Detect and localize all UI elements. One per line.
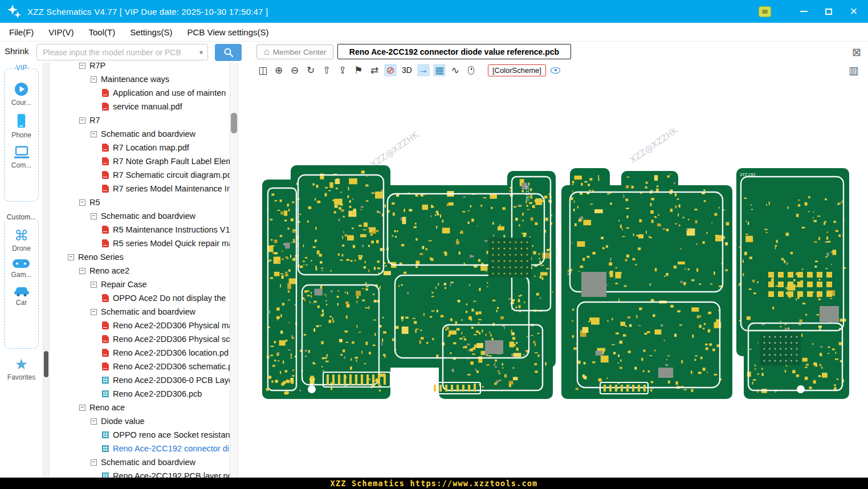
scrollbar-thumb[interactable] <box>231 113 237 133</box>
search-box[interactable]: ▾ <box>36 44 208 60</box>
tree-item[interactable]: −Reno Series <box>50 250 230 264</box>
tree-item[interactable]: −R5 <box>50 195 230 209</box>
tree-item[interactable]: −Schematic and boardview <box>50 455 230 469</box>
tree-item[interactable]: Reno Ace2-2DD306-0 PCB Laye <box>50 373 230 387</box>
menu-item-vip[interactable]: VIP(V) <box>48 27 74 37</box>
flip-horizontal-icon[interactable]: ⇄ <box>368 64 381 76</box>
tree-item[interactable]: Reno Ace2-2DD306 location.pd <box>50 346 230 360</box>
sidebar-item-car[interactable]: Car <box>13 285 30 307</box>
net-image-icon[interactable]: ▦ <box>433 64 446 76</box>
tree-item[interactable]: R7 Schematic circuit diagram.pd <box>50 168 230 182</box>
file-tree: −R7P−Maintenance waysApplication and use… <box>50 63 230 478</box>
tree-item[interactable]: −Schematic and boardview <box>50 209 230 223</box>
tree-item[interactable]: −Schematic and boardview <box>50 127 230 141</box>
shrink-button[interactable]: Shrink <box>5 46 29 56</box>
collapse-icon[interactable]: − <box>79 117 85 124</box>
collapse-icon[interactable]: − <box>79 63 85 69</box>
export-top-icon[interactable]: ⇧ <box>320 64 333 76</box>
tree-item[interactable]: −Maintenance ways <box>50 72 230 86</box>
body: -VIP- Cour... Phone <box>0 63 868 478</box>
tree-item[interactable]: −Diode value <box>50 414 230 428</box>
view-3d-button[interactable]: 3D <box>400 64 414 76</box>
curve-tool-icon[interactable]: ∿ <box>449 64 462 76</box>
maximize-button[interactable] <box>820 4 837 19</box>
collapse-icon[interactable]: − <box>91 76 97 83</box>
pcb-board-view[interactable]: XZZ@XZZHKXZZ@XZZHK2CC1922CC192 <box>259 128 861 413</box>
sidebar-item-drone[interactable]: ⌘ Drone <box>12 229 31 252</box>
chevron-down-icon[interactable]: ▾ <box>199 48 203 56</box>
tree-item[interactable]: −Reno ace <box>50 401 230 414</box>
rotate-view-icon[interactable]: ↻ <box>304 64 317 76</box>
tree-scrollbar-left[interactable] <box>43 63 50 478</box>
collapse-icon[interactable]: − <box>91 309 97 315</box>
collapse-icon[interactable]: − <box>91 459 97 466</box>
tree-item[interactable]: R5 series Model Quick repair ma <box>50 237 230 250</box>
search-button[interactable] <box>215 44 242 61</box>
tree-item[interactable]: −Repair Case <box>50 278 230 291</box>
scrollbar-thumb[interactable] <box>44 351 48 377</box>
tree-item-label: R7 series Model Maintenance In <box>113 184 230 193</box>
collapse-icon[interactable]: − <box>91 282 97 288</box>
close-button[interactable]: × <box>845 4 862 19</box>
tree-item[interactable]: OPPO reno ace Socket resistanc <box>50 428 230 442</box>
tree-item[interactable]: R5 Maintenance Instructions V1 <box>50 223 230 237</box>
tree-scrollbar-right[interactable] <box>230 63 238 478</box>
sidebar-item-gamepad[interactable]: Gam... <box>11 259 31 279</box>
visibility-icon[interactable] <box>549 64 562 76</box>
collapse-icon[interactable]: − <box>68 254 74 260</box>
sidebar-item-computer[interactable]: Com... <box>11 145 31 169</box>
member-center-button[interactable]: ⌂ Member Center <box>256 44 333 59</box>
collapse-icon[interactable]: − <box>79 405 85 411</box>
tree-item[interactable]: R7 series Model Maintenance In <box>50 182 230 195</box>
tree-item[interactable]: −Schematic and boardview <box>50 305 230 319</box>
menu-item-file[interactable]: File(F) <box>9 27 34 37</box>
tree-item[interactable]: Application and use of mainten <box>50 86 230 100</box>
mouse-tool-icon[interactable] <box>465 64 478 76</box>
sidebar-item-phone[interactable]: Phone <box>11 113 31 139</box>
pcb-file-icon <box>102 377 109 384</box>
flag-marker-icon[interactable]: ⚑ <box>352 64 365 76</box>
panel-layout-icon[interactable]: ▥ <box>849 64 859 77</box>
phone-icon <box>14 113 29 129</box>
tree-item[interactable]: R7 Location map.pdf <box>50 141 230 154</box>
document-tab[interactable]: Reno Ace-2CC192 connector diode value re… <box>337 44 571 59</box>
colorscheme-button[interactable]: [ColorScheme] <box>488 64 546 76</box>
export-bottom-icon[interactable]: ⇪ <box>336 64 349 76</box>
collapse-icon[interactable]: − <box>91 213 97 219</box>
sidebar-item-courses[interactable]: Cour... <box>11 82 31 107</box>
menu-item-settings[interactable]: Settings(S) <box>130 27 172 37</box>
tree-item[interactable]: Reno Ace2-2DD306 Physical ma <box>50 319 230 332</box>
zoom-out-icon[interactable]: ⊖ <box>288 64 301 76</box>
tree-item[interactable]: Reno Ace2-2DD306.pcb <box>50 387 230 401</box>
tree-item[interactable]: −R7P <box>50 63 230 72</box>
tree-item[interactable]: Reno Ace-2CC192 PCB layer.pcb <box>50 469 230 478</box>
collapse-icon[interactable]: − <box>91 131 97 137</box>
pcb-canvas[interactable]: XZZ@XZZHKXZZ@XZZHK2CC1922CC192 <box>238 78 868 478</box>
tree-item[interactable]: Reno Ace-2CC192 connector di <box>50 442 230 455</box>
app-logo-icon <box>6 3 23 20</box>
lock-icon[interactable] <box>759 6 771 17</box>
collapse-icon[interactable]: − <box>79 268 85 274</box>
arrow-tool-icon[interactable]: → <box>417 64 430 76</box>
menu-item-pcb-view-settings[interactable]: PCB View settings(S) <box>187 27 268 37</box>
tree-item-label: R5 <box>89 198 100 207</box>
diode-mode-icon[interactable]: ⊘ <box>384 64 397 76</box>
tree-item[interactable]: −Reno ace2 <box>50 264 230 278</box>
minimize-button[interactable] <box>795 4 812 19</box>
split-view-icon[interactable]: ◫ <box>256 64 269 76</box>
close-document-icon[interactable]: ⊠ <box>852 46 861 59</box>
tree-item[interactable]: Reno Ace2-2DD306 Physical sca <box>50 332 230 346</box>
tree-item-label: Reno Series <box>78 252 124 262</box>
sidebar-item-favorites[interactable]: ★ Favorites <box>0 357 43 381</box>
collapse-icon[interactable]: − <box>91 418 97 425</box>
app-window: XZZ Schematics V4.77 [ VIP Due date: 202… <box>0 0 868 489</box>
search-input[interactable] <box>42 47 197 58</box>
tree-item[interactable]: R7 Note Graph Fault Label Elem <box>50 154 230 168</box>
tree-item[interactable]: Reno Ace2-2DD306 schematic.p <box>50 360 230 373</box>
zoom-in-icon[interactable]: ⊕ <box>272 64 285 76</box>
tree-item[interactable]: OPPO Ace2 Do not display the <box>50 291 230 305</box>
collapse-icon[interactable]: − <box>79 199 85 206</box>
tree-item[interactable]: −R7 <box>50 113 230 127</box>
tree-item[interactable]: service manual.pdf <box>50 100 230 113</box>
menu-item-tool[interactable]: Tool(T) <box>89 27 116 37</box>
